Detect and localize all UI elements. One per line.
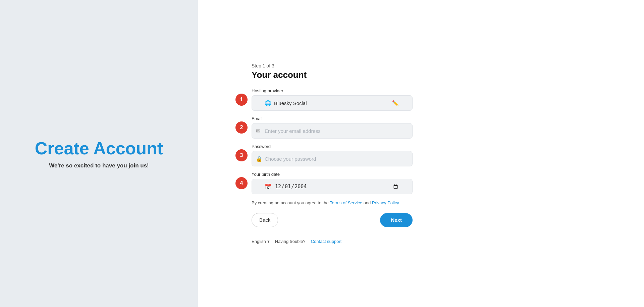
step-badge-2: 2: [235, 121, 248, 134]
privacy-policy-link[interactable]: Privacy Policy: [372, 200, 399, 205]
edit-icon[interactable]: ✏️: [392, 100, 399, 106]
hosting-provider-display[interactable]: 🌐 Bluesky Social ✏️: [252, 95, 413, 111]
password-field[interactable]: [265, 156, 399, 162]
chevron-down-icon: ▾: [267, 239, 270, 244]
button-row: Back Next: [252, 213, 413, 227]
step-label: Step 1 of 3: [252, 63, 413, 68]
hosting-provider-group: 1 Hosting provider 🌐 Bluesky Social ✏️: [252, 88, 413, 111]
lock-icon: 🔒: [256, 156, 263, 162]
right-panel: Step 1 of 3 Your account 1 Hosting provi…: [198, 0, 644, 307]
birthdate-field[interactable]: [275, 183, 399, 190]
form-title: Your account: [252, 70, 413, 80]
email-field[interactable]: [265, 128, 399, 134]
password-input-wrapper: 🔒: [252, 151, 413, 166]
birthdate-input-wrapper: 📅: [252, 179, 413, 194]
divider: [252, 234, 413, 234]
language-selector[interactable]: English ▾: [252, 239, 270, 244]
arrow-annotation: [637, 185, 644, 240]
step-badge-3: 3: [235, 149, 248, 161]
birthdate-group: 4 Your birth date 📅: [252, 172, 413, 194]
birthdate-label: Your birth date: [252, 172, 413, 177]
create-account-subtitle: We're so excited to have you join us!: [49, 162, 149, 169]
form-container: Step 1 of 3 Your account 1 Hosting provi…: [252, 63, 413, 244]
hosting-provider-value: Bluesky Social: [274, 100, 307, 106]
globe-icon: 🌐: [265, 100, 271, 106]
create-account-title: Create Account: [35, 138, 163, 158]
trouble-text: Having trouble?: [275, 239, 306, 244]
language-label: English: [252, 239, 266, 244]
footer-row: English ▾ Having trouble? Contact suppor…: [252, 239, 413, 244]
next-button[interactable]: Next: [380, 213, 413, 227]
terms-of-service-link[interactable]: Terms of Service: [330, 200, 362, 205]
step-badge-1: 1: [235, 94, 248, 106]
terms-text: By creating an account you agree to the …: [252, 200, 413, 206]
email-group: 2 Email ✉: [252, 116, 413, 139]
password-label: Password: [252, 144, 413, 149]
step-badge-4: 4: [235, 177, 248, 189]
calendar-icon: 📅: [265, 184, 271, 190]
hosting-provider-label: Hosting provider: [252, 88, 413, 93]
mail-icon: ✉: [256, 128, 260, 134]
back-button[interactable]: Back: [252, 213, 278, 227]
email-label: Email: [252, 116, 413, 121]
contact-support-link[interactable]: Contact support: [311, 239, 342, 244]
left-panel: Create Account We're so excited to have …: [0, 0, 198, 307]
email-input-wrapper: ✉: [252, 123, 413, 139]
password-group: 3 Password 🔒: [252, 144, 413, 166]
